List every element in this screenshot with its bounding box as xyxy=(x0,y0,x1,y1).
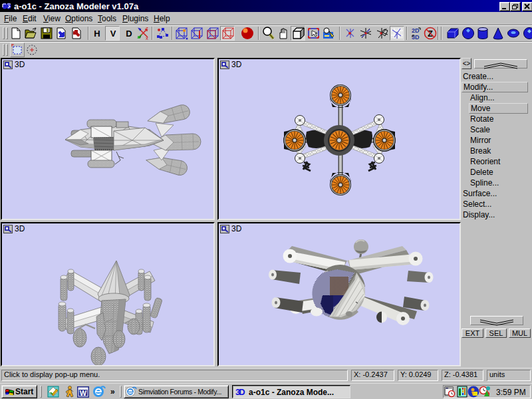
svg-text:»: » xyxy=(110,387,115,396)
svg-text:z: z xyxy=(146,25,148,31)
svg-text:D: D xyxy=(126,29,132,39)
svg-text:x: x xyxy=(146,35,148,41)
svg-text:W: W xyxy=(80,389,87,397)
svg-text:V: V xyxy=(110,29,116,39)
svg-text:3D: 3D xyxy=(235,387,245,397)
svg-text:H: H xyxy=(94,29,100,39)
